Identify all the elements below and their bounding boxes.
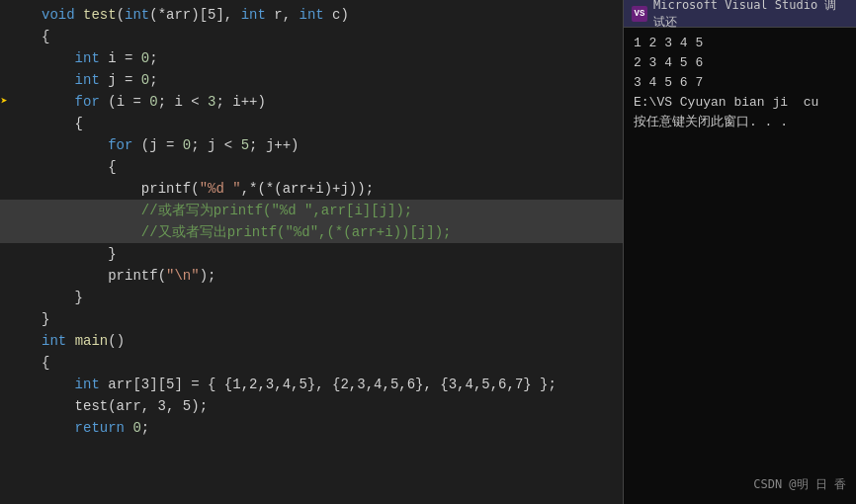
arrow-icon: ➤ — [0, 91, 7, 113]
code-token: "\n" — [166, 268, 200, 284]
code-line: int arr[3][5] = { {1,2,3,4,5}, {2,3,4,5,… — [0, 374, 623, 395]
line-content: int j = 0; — [38, 69, 158, 91]
code-token: (j = — [132, 137, 182, 153]
vs-icon: VS — [632, 6, 647, 22]
code-token: 5 — [241, 137, 249, 153]
code-line: { — [0, 352, 623, 374]
line-content: printf("\n"); — [38, 265, 215, 287]
line-content: printf("%d ",*(*(arr+i)+j)); — [38, 178, 374, 200]
line-content: { — [38, 156, 117, 178]
line-content: //或者写为printf("%d ",arr[i][j]); — [38, 200, 412, 221]
code-line: int j = 0; — [0, 69, 623, 91]
csdn-watermark: CSDN @明 日 香 — [753, 474, 846, 494]
code-panel: void test(int(*arr)[5], int r, int c){ i… — [0, 0, 623, 504]
code-line: test(arr, 3, 5); — [0, 395, 623, 417]
code-token: //又或者写出printf("%d",(*(arr+i))[j]); — [141, 224, 452, 240]
code-token: ; i++) — [215, 94, 265, 110]
line-content: { — [38, 352, 49, 374]
code-token: 0 — [149, 94, 157, 110]
code-token: } — [42, 311, 49, 327]
code-token: (i = — [100, 94, 149, 110]
code-line: int main() — [0, 330, 623, 352]
code-token: ; — [149, 50, 157, 66]
output-line: 按任意键关闭此窗口. . . — [634, 113, 846, 132]
code-line: for (j = 0; j < 5; j++) — [0, 134, 623, 156]
line-content: test(arr, 3, 5); — [38, 395, 208, 417]
code-token: ; j < — [191, 137, 240, 153]
code-line: { — [0, 113, 623, 134]
code-token: 0 — [141, 50, 149, 66]
code-token: arr[3][5] = { {1,2,3,4,5}, {2,3,4,5,6}, … — [100, 377, 556, 392]
code-token: ( — [117, 7, 125, 23]
line-content: int i = 0; — [38, 47, 158, 69]
output-line: E:\VS Cyuyan bian ji cu — [634, 93, 846, 113]
code-token: int — [125, 7, 149, 23]
line-indicator: ➤ — [0, 91, 8, 113]
code-line: } — [0, 308, 623, 330]
code-token: main — [75, 333, 109, 349]
code-line: } — [0, 287, 623, 308]
code-token: printf( — [108, 268, 166, 284]
line-content: for (i = 0; i < 3; i++) — [38, 91, 266, 113]
line-content: void test(int(*arr)[5], int r, int c) — [38, 4, 349, 26]
line-content: for (j = 0; j < 5; j++) — [38, 134, 300, 156]
code-token: void — [42, 7, 83, 23]
code-token: ; — [149, 72, 157, 88]
code-line: printf("%d ",*(*(arr+i)+j)); — [0, 178, 623, 200]
line-content: int main() — [38, 330, 125, 352]
code-token: int — [75, 50, 100, 66]
output-line: 2 3 4 5 6 — [634, 53, 846, 73]
code-line: printf("\n"); — [0, 265, 623, 287]
output-title: Microsoft Visual Studio 调试还 — [653, 0, 848, 31]
code-token: i = — [100, 50, 141, 66]
line-content: //又或者写出printf("%d",(*(arr+i))[j]); — [38, 221, 451, 243]
code-token: printf( — [141, 181, 200, 197]
code-token: int — [75, 377, 100, 392]
code-token: int — [75, 72, 100, 88]
code-token: () — [108, 333, 125, 349]
line-content: { — [38, 113, 83, 134]
output-body: 1 2 3 4 52 3 4 5 63 4 5 6 7E:\VS Cyuyan … — [624, 28, 856, 504]
code-line: //或者写为printf("%d ",arr[i][j]); — [0, 200, 623, 221]
code-token: 0 — [132, 420, 140, 436]
code-token: int — [300, 7, 324, 23]
output-panel: VS Microsoft Visual Studio 调试还 1 2 3 4 5… — [623, 0, 856, 504]
code-token: 0 — [183, 137, 191, 153]
code-token: } — [108, 246, 116, 262]
code-token: "%d " — [200, 181, 241, 197]
output-titlebar: VS Microsoft Visual Studio 调试还 — [624, 0, 856, 28]
code-token: ); — [200, 268, 216, 284]
code-token: int — [241, 7, 266, 23]
code-line: { — [0, 156, 623, 178]
code-line: ➤ for (i = 0; i < 3; i++) — [0, 91, 623, 113]
code-token: ,*(*(arr+i)+j)); — [241, 181, 374, 197]
output-line: 3 4 5 6 7 — [634, 73, 846, 93]
code-token: (*arr)[5], — [149, 7, 240, 23]
line-content: { — [38, 26, 49, 47]
code-line: } — [0, 243, 623, 265]
code-token: { — [42, 29, 49, 44]
code-token — [66, 333, 74, 349]
code-token: return — [75, 420, 125, 436]
output-line: 1 2 3 4 5 — [634, 34, 846, 53]
line-content: } — [38, 308, 49, 330]
code-line: //又或者写出printf("%d",(*(arr+i))[j]); — [0, 221, 623, 243]
code-line: void test(int(*arr)[5], int r, int c) — [0, 4, 623, 26]
line-content: return 0; — [38, 417, 149, 439]
code-line: return 0; — [0, 417, 623, 439]
code-token: ; — [141, 420, 149, 436]
code-token: //或者写为printf("%d ",arr[i][j]); — [141, 203, 412, 218]
code-token: } — [75, 290, 83, 305]
code-token: ; i < — [158, 94, 208, 110]
line-content: int arr[3][5] = { {1,2,3,4,5}, {2,3,4,5,… — [38, 374, 556, 395]
code-token: 0 — [141, 72, 149, 88]
code-token: j = — [100, 72, 141, 88]
code-token: { — [42, 355, 49, 371]
code-token: { — [108, 159, 116, 175]
code-lines: void test(int(*arr)[5], int r, int c){ i… — [0, 0, 623, 443]
code-token: for — [108, 137, 132, 153]
code-line: { — [0, 26, 623, 47]
code-token: test(arr, 3, 5); — [75, 398, 208, 414]
code-token: { — [75, 116, 83, 131]
code-token: r, — [266, 7, 300, 23]
